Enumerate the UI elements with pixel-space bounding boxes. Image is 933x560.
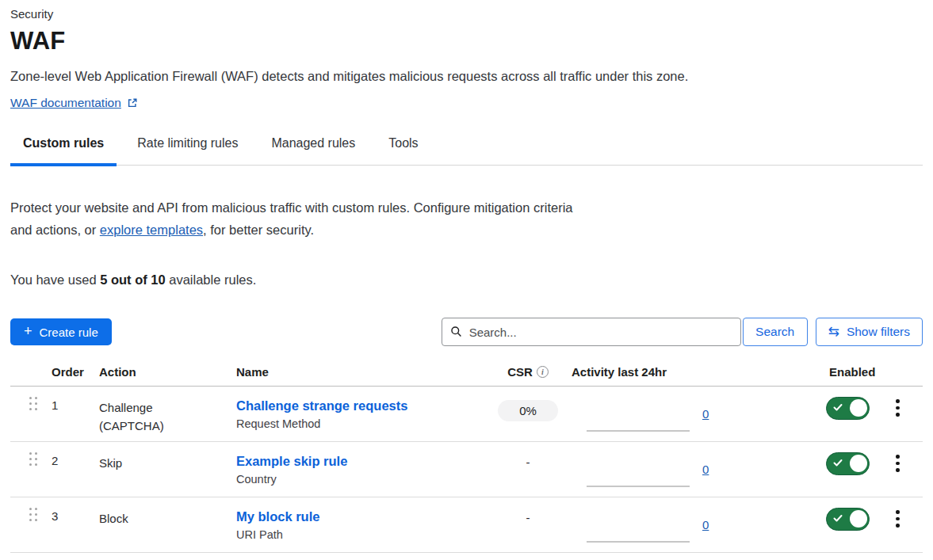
enabled-toggle[interactable]: [826, 452, 870, 475]
waf-page: Security WAF Zone-level Web Application …: [0, 0, 933, 553]
enabled-cell: [819, 442, 884, 497]
toggle-knob: [850, 510, 867, 528]
intro-text: Protect your website and API from malici…: [10, 197, 595, 241]
tab-rate-limiting-rules[interactable]: Rate limiting rules: [124, 136, 250, 165]
rule-name-link[interactable]: My block rule: [236, 509, 319, 524]
table-header-row: Order Action Name CSR i Activity last 24…: [10, 365, 923, 387]
external-link-icon: [127, 97, 138, 109]
search-input[interactable]: [442, 318, 741, 346]
kebab-cell: [884, 497, 923, 552]
csr-value: 0%: [498, 400, 558, 421]
check-icon: [833, 459, 843, 467]
rule-name-cell: Example skip rule Country: [226, 442, 495, 497]
csr-header-label: CSR: [507, 365, 533, 379]
drag-handle-icon[interactable]: [29, 508, 37, 521]
check-icon: [833, 514, 843, 523]
page-description: Zone-level Web Application Firewall (WAF…: [10, 68, 923, 85]
rule-field: Request Method: [236, 417, 495, 430]
enabled-toggle[interactable]: [826, 508, 870, 531]
show-filters-label: Show filters: [847, 325, 910, 339]
show-filters-button[interactable]: ⇆ Show filters: [816, 318, 923, 346]
intro-after: , for better security.: [203, 223, 314, 237]
rule-name-link[interactable]: Example skip rule: [236, 454, 347, 468]
csr-cell: 0%: [495, 387, 561, 441]
toggle-knob: [850, 399, 867, 417]
csr-value: -: [526, 511, 530, 524]
drag-cell: [10, 442, 41, 497]
kebab-menu-icon[interactable]: [896, 510, 900, 528]
rule-field: URI Path: [236, 528, 495, 541]
info-icon[interactable]: i: [537, 366, 549, 378]
activity-sparkline: [587, 486, 690, 487]
rule-field: Country: [236, 473, 495, 486]
col-drag: [10, 365, 41, 379]
col-name: Name: [226, 365, 495, 379]
rules-table: Order Action Name CSR i Activity last 24…: [10, 365, 923, 553]
rule-order: 3: [41, 497, 89, 552]
breadcrumb-security: Security: [10, 6, 923, 21]
tab-managed-rules[interactable]: Managed rules: [258, 136, 368, 165]
plus-icon: +: [24, 324, 33, 338]
activity-count-link[interactable]: 0: [702, 407, 709, 421]
rule-name-link[interactable]: Challenge strange requests: [236, 398, 407, 413]
table-row: 1 Challenge (CAPTCHA) Challenge strange …: [10, 387, 923, 442]
kebab-menu-icon[interactable]: [896, 399, 900, 417]
toolbar-right: Search ⇆ Show filters: [442, 318, 923, 346]
col-order: Order: [41, 365, 89, 379]
enabled-cell: [819, 387, 884, 441]
usage-before: You have used: [10, 272, 100, 287]
activity-cell: 0: [561, 387, 819, 441]
csr-value: -: [526, 455, 530, 469]
toggle-knob: [850, 455, 867, 472]
activity-sparkline: [587, 541, 690, 543]
col-enabled: Enabled: [819, 365, 884, 379]
enabled-cell: [819, 497, 884, 552]
rule-order: 1: [41, 387, 89, 441]
rule-name-cell: Challenge strange requests Request Metho…: [226, 387, 495, 441]
csr-cell: -: [495, 497, 561, 552]
csr-cell: -: [495, 442, 561, 497]
table-row: 3 Block My block rule URI Path - 0: [10, 497, 923, 553]
col-menu: [884, 365, 923, 379]
col-activity: Activity last 24hr: [561, 365, 819, 379]
rule-action: Challenge (CAPTCHA): [89, 387, 226, 441]
tab-custom-rules[interactable]: Custom rules: [10, 136, 117, 165]
activity-cell: 0: [561, 442, 819, 497]
swap-arrows-icon: ⇆: [828, 325, 839, 338]
rules-toolbar: + Create rule Search ⇆ Show filters: [10, 318, 923, 346]
enabled-toggle[interactable]: [826, 397, 870, 420]
waf-documentation-link[interactable]: WAF documentation: [10, 96, 121, 110]
kebab-cell: [884, 442, 923, 497]
col-action: Action: [89, 365, 226, 379]
activity-count-link[interactable]: 0: [702, 518, 709, 531]
kebab-cell: [884, 387, 923, 441]
usage-text: You have used 5 out of 10 available rule…: [10, 272, 923, 288]
rule-action: Skip: [89, 442, 226, 497]
drag-cell: [10, 387, 41, 441]
create-rule-button[interactable]: + Create rule: [10, 318, 112, 345]
tab-tools[interactable]: Tools: [376, 136, 430, 165]
activity-count-link[interactable]: 0: [702, 463, 709, 476]
explore-templates-link[interactable]: explore templates: [100, 223, 203, 237]
activity-sparkline: [587, 430, 690, 432]
usage-after: available rules.: [166, 272, 257, 287]
drag-handle-icon[interactable]: [29, 452, 37, 466]
table-row: 2 Skip Example skip rule Country - 0: [10, 442, 923, 497]
usage-count: 5 out of 10: [100, 272, 166, 287]
create-rule-label: Create rule: [40, 326, 98, 339]
drag-cell: [10, 497, 41, 552]
doc-link-row: WAF documentation: [10, 96, 923, 110]
rule-order: 2: [41, 442, 89, 497]
rules-table-body: 1 Challenge (CAPTCHA) Challenge strange …: [10, 387, 923, 553]
tab-bar: Custom rules Rate limiting rules Managed…: [10, 136, 923, 166]
search-wrap: [442, 318, 741, 346]
rule-action: Block: [89, 497, 226, 552]
page-title: WAF: [10, 26, 923, 56]
col-csr: CSR i: [495, 365, 561, 379]
search-button[interactable]: Search: [743, 318, 808, 346]
activity-cell: 0: [561, 497, 819, 552]
check-icon: [833, 403, 843, 412]
kebab-menu-icon[interactable]: [896, 455, 900, 472]
rule-name-cell: My block rule URI Path: [226, 497, 495, 552]
drag-handle-icon[interactable]: [29, 397, 37, 410]
